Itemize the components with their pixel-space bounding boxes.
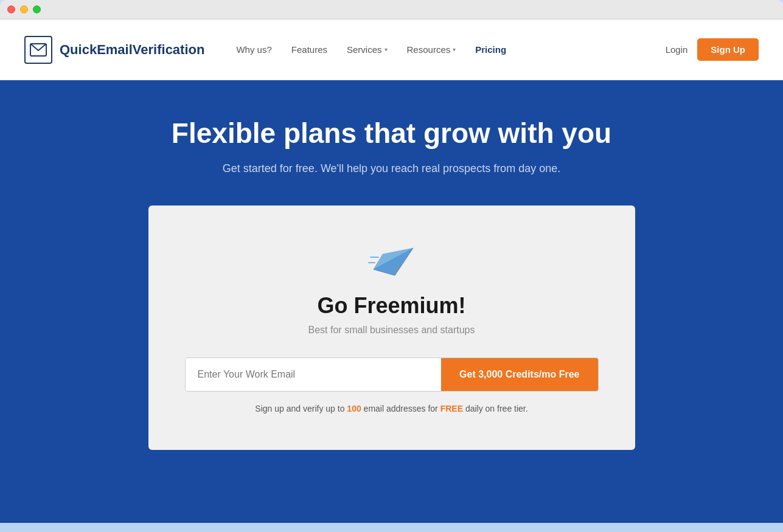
nav-actions: Login Sign Up [666,38,759,61]
freemium-card: Go Freemium! Best for small businesses a… [148,206,635,450]
navbar: QuickEmailVerification Why us? Features … [0,19,783,80]
page-container: QuickEmailVerification Why us? Features … [0,19,783,532]
nav-item-pricing[interactable]: Pricing [468,40,513,60]
nav-item-why-us[interactable]: Why us? [229,40,279,60]
signup-button[interactable]: Sign Up [697,38,759,61]
email-form: Get 3,000 Credits/mo Free [185,358,599,392]
nav-item-resources[interactable]: Resources ▾ [400,40,464,60]
window-chrome [0,0,783,19]
hero-section: Flexible plans that grow with you Get st… [0,80,783,523]
maximize-button[interactable] [33,5,41,13]
logo-text: QuickEmailVerification [60,42,204,58]
hero-title: Flexible plans that grow with you [24,117,759,150]
disclaimer-text: Sign up and verify up to 100 email addre… [185,404,599,413]
close-button[interactable] [7,5,15,13]
bottom-area [0,523,783,532]
resources-chevron-icon: ▾ [453,46,456,53]
logo[interactable]: QuickEmailVerification [24,36,204,64]
card-title: Go Freemium! [185,293,599,319]
disclaimer-number: 100 [347,404,361,413]
login-button[interactable]: Login [666,44,688,55]
card-subtitle: Best for small businesses and startups [185,325,599,336]
cta-button[interactable]: Get 3,000 Credits/mo Free [441,358,597,391]
card-wrapper: Go Freemium! Best for small businesses a… [24,206,759,450]
paper-plane-icon [367,236,416,278]
nav-links: Why us? Features Services ▾ Resources ▾ … [229,40,665,60]
logo-icon [24,36,52,64]
disclaimer-free: FREE [440,404,463,413]
nav-item-services[interactable]: Services ▾ [339,40,395,60]
nav-item-features[interactable]: Features [284,40,335,60]
email-input[interactable] [186,358,442,391]
hero-subtitle: Get started for free. We'll help you rea… [24,162,759,175]
services-chevron-icon: ▾ [385,46,388,53]
minimize-button[interactable] [20,5,28,13]
